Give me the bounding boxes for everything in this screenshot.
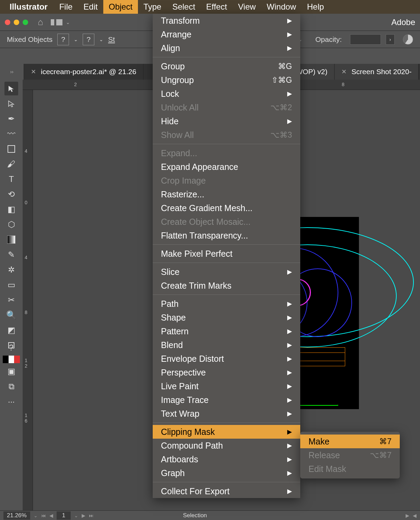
artboard-tool[interactable]: ▭ <box>4 278 18 292</box>
last-frame-icon[interactable]: ⏭ <box>89 513 94 518</box>
eraser-tool[interactable]: ◧ <box>4 203 18 216</box>
pen-tool[interactable]: ✒ <box>4 112 18 126</box>
object-menu-item-collect-for-export[interactable]: Collect For Export▶ <box>153 484 300 498</box>
menubar-item-object[interactable]: Object <box>103 0 138 14</box>
object-menu-item-clipping-mask[interactable]: Clipping Mask▶ <box>153 425 300 439</box>
transparency-icon[interactable] <box>403 34 413 45</box>
gradient-tool[interactable] <box>4 233 18 246</box>
frame-number[interactable]: 1 <box>57 511 71 520</box>
object-menu-item-create-gradient-mesh[interactable]: Create Gradient Mesh... <box>153 201 300 215</box>
menubar-item-window[interactable]: Window <box>261 0 301 14</box>
rotate-tool[interactable]: ⟲ <box>4 187 18 201</box>
object-menu-item-ungroup[interactable]: Ungroup⇧⌘G <box>153 73 300 87</box>
close-tab-icon[interactable]: ✕ <box>341 68 347 76</box>
unknown-tool[interactable]: ? <box>4 338 18 352</box>
menubar-item-view[interactable]: View <box>233 0 261 14</box>
object-menu-item-group[interactable]: Group⌘G <box>153 59 300 73</box>
object-menu-item-graph[interactable]: Graph▶ <box>153 466 300 480</box>
menubar-item-file[interactable]: File <box>54 0 78 14</box>
more-tools-icon[interactable]: ··· <box>4 395 18 408</box>
zoom-dropdown[interactable]: ⌄ <box>34 513 38 518</box>
zoom-tool[interactable]: 🔍 <box>4 308 18 322</box>
menu-item-label: Transform <box>161 16 200 26</box>
zoom-level[interactable]: 21.26% <box>3 511 30 520</box>
object-menu-item-image-trace[interactable]: Image Trace▶ <box>153 393 300 407</box>
object-menu-item-lock[interactable]: Lock▶ <box>153 87 300 101</box>
menubar-item-help[interactable]: Help <box>302 0 329 14</box>
direct-selection-tool[interactable] <box>4 97 18 111</box>
fill-stroke-icon[interactable]: ◩ <box>4 323 18 337</box>
object-menu-item-make-pixel-perfect[interactable]: Make Pixel Perfect <box>153 247 300 261</box>
object-menu-item-align[interactable]: Align▶ <box>153 41 300 55</box>
object-menu-item-shape[interactable]: Shape▶ <box>153 311 300 324</box>
color-swatches[interactable] <box>3 356 20 363</box>
menu-item-label: Show All <box>161 130 194 140</box>
rectangle-tool[interactable] <box>4 142 18 156</box>
close-tab-icon[interactable]: ✕ <box>31 68 36 76</box>
opacity-input[interactable] <box>350 34 381 45</box>
menubar-item-select[interactable]: Select <box>167 0 201 14</box>
object-menu-separator <box>153 144 300 144</box>
workspace-switcher[interactable]: ⌄ <box>51 19 70 25</box>
close-icon[interactable] <box>5 20 10 25</box>
submenu-arrow-icon: ▶ <box>287 44 292 52</box>
shape-builder-tool[interactable]: ⬡ <box>4 218 18 231</box>
object-menu-item-arrange[interactable]: Arrange▶ <box>153 27 300 41</box>
draw-mode-icon[interactable]: ▣ <box>4 365 18 378</box>
object-menu-item-slice[interactable]: Slice▶ <box>153 265 300 279</box>
zoom-icon[interactable] <box>23 20 28 25</box>
object-menu-separator <box>153 263 300 263</box>
symbol-sprayer-tool[interactable]: ✲ <box>4 263 18 277</box>
scroll-left-icon[interactable]: ◀ <box>413 513 417 518</box>
object-menu-item-compound-path[interactable]: Compound Path▶ <box>153 439 300 452</box>
menu-item-label: Slice <box>161 267 179 277</box>
object-menu-item-rasterize[interactable]: Rasterize... <box>153 187 300 201</box>
selection-label: Mixed Objects <box>7 35 52 44</box>
eyedropper-tool[interactable]: ✎ <box>4 248 18 262</box>
object-menu-item-pattern[interactable]: Pattern▶ <box>153 324 300 338</box>
object-menu-item-perspective[interactable]: Perspective▶ <box>153 366 300 379</box>
app-name[interactable]: Illustrator <box>10 2 48 12</box>
curvature-tool[interactable]: 〰 <box>4 127 18 141</box>
paintbrush-tool[interactable]: 🖌 <box>4 157 18 171</box>
object-menu-item-envelope-distort[interactable]: Envelope Distort▶ <box>153 352 300 366</box>
next-frame-icon[interactable]: ▶ <box>82 513 85 518</box>
stroke-control[interactable]: ? <box>83 34 94 45</box>
clip-submenu-item-edit-mask: Edit Mask <box>300 462 400 476</box>
status-bar: 21.26% ⌄ ⏮ ◀ 1 ⌄ ▶ ⏭ Selection ▶ ◀ <box>0 510 420 520</box>
menubar-item-effect[interactable]: Effect <box>201 0 233 14</box>
scroll-right-icon[interactable]: ▶ <box>406 513 409 518</box>
object-menu-item-blend[interactable]: Blend▶ <box>153 338 300 352</box>
object-menu-item-expand-appearance[interactable]: Expand Appearance <box>153 160 300 174</box>
menubar-item-type[interactable]: Type <box>138 0 167 14</box>
prev-frame-icon[interactable]: ◀ <box>49 513 53 518</box>
screen-mode-icon[interactable]: ⧉ <box>4 380 18 393</box>
type-tool[interactable]: T <box>4 172 18 186</box>
object-menu-item-create-trim-marks[interactable]: Create Trim Marks <box>153 279 300 292</box>
selection-tool[interactable] <box>4 82 18 95</box>
object-menu-item-transform[interactable]: Transform▶ <box>153 14 300 27</box>
object-menu-item-flatten-transparency[interactable]: Flatten Transparency... <box>153 229 300 242</box>
clip-submenu-item-make[interactable]: Make⌘7 <box>300 435 400 448</box>
opacity-dropdown[interactable]: › <box>386 34 395 45</box>
object-menu-item-path[interactable]: Path▶ <box>153 297 300 311</box>
submenu-arrow-icon: ▶ <box>287 300 292 308</box>
object-menu-item-text-wrap[interactable]: Text Wrap▶ <box>153 407 300 420</box>
fill-control[interactable]: ? <box>57 34 69 45</box>
first-frame-icon[interactable]: ⏮ <box>41 513 46 518</box>
object-menu-item-live-paint[interactable]: Live Paint▶ <box>153 379 300 393</box>
slice-tool[interactable]: ✂ <box>4 293 18 307</box>
frame-dropdown[interactable]: ⌄ <box>74 513 78 518</box>
menu-item-label: Pattern <box>161 326 189 336</box>
stroke-label-truncated: St <box>108 35 115 44</box>
tab-overflow[interactable]: ›› <box>0 64 24 80</box>
object-menu-item-artboards[interactable]: Artboards▶ <box>153 452 300 466</box>
tab-active[interactable]: ✕ icecream-poster2.ai* @ 21.26 <box>24 64 143 80</box>
menu-item-label: Compound Path <box>161 441 223 451</box>
menubar-item-edit[interactable]: Edit <box>78 0 103 14</box>
minimize-icon[interactable] <box>14 20 19 25</box>
tab-screenshot[interactable]: ✕ Screen Shot 2020- <box>335 64 419 80</box>
menu-item-label: Path <box>161 299 178 309</box>
object-menu-item-hide[interactable]: Hide▶ <box>153 114 300 128</box>
home-icon[interactable]: ⌂ <box>38 17 43 27</box>
